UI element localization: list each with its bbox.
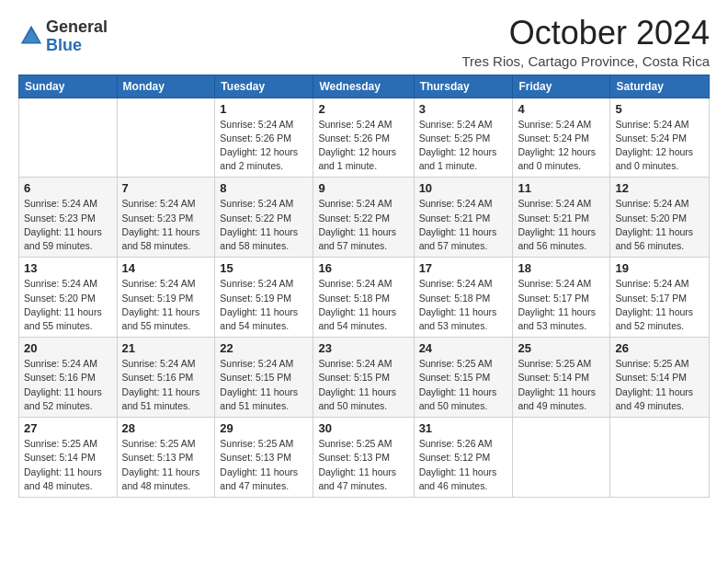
day-info: Sunrise: 5:24 AM Sunset: 5:25 PM Dayligh… xyxy=(419,118,508,174)
day-info: Sunrise: 5:24 AM Sunset: 5:15 PM Dayligh… xyxy=(318,357,408,413)
day-number: 17 xyxy=(419,261,508,275)
calendar-cell xyxy=(513,418,610,498)
day-number: 27 xyxy=(24,421,112,435)
day-number: 16 xyxy=(318,261,408,275)
day-number: 29 xyxy=(220,421,308,435)
day-number: 18 xyxy=(518,261,605,275)
day-number: 31 xyxy=(419,421,508,435)
calendar-cell: 1Sunrise: 5:24 AM Sunset: 5:26 PM Daylig… xyxy=(215,98,313,178)
calendar-cell: 27Sunrise: 5:25 AM Sunset: 5:14 PM Dayli… xyxy=(19,418,118,498)
subtitle: Tres Rios, Cartago Province, Costa Rica xyxy=(461,53,710,69)
header-saturday: Saturday xyxy=(610,75,710,98)
day-info: Sunrise: 5:25 AM Sunset: 5:13 PM Dayligh… xyxy=(122,437,210,493)
day-info: Sunrise: 5:24 AM Sunset: 5:17 PM Dayligh… xyxy=(615,277,704,333)
day-info: Sunrise: 5:24 AM Sunset: 5:23 PM Dayligh… xyxy=(24,197,112,253)
calendar-table: SundayMondayTuesdayWednesdayThursdayFrid… xyxy=(18,75,710,498)
calendar-cell: 23Sunrise: 5:24 AM Sunset: 5:15 PM Dayli… xyxy=(313,338,414,418)
day-info: Sunrise: 5:25 AM Sunset: 5:14 PM Dayligh… xyxy=(518,357,605,413)
day-number: 23 xyxy=(318,341,408,355)
day-number: 12 xyxy=(615,181,704,195)
day-info: Sunrise: 5:25 AM Sunset: 5:14 PM Dayligh… xyxy=(615,357,704,413)
header: General Blue October 2024 Tres Rios, Car… xyxy=(18,15,710,69)
logo-icon xyxy=(18,23,44,49)
calendar-cell: 10Sunrise: 5:24 AM Sunset: 5:21 PM Dayli… xyxy=(414,178,513,258)
day-number: 15 xyxy=(220,261,308,275)
day-number: 1 xyxy=(220,102,308,116)
header-tuesday: Tuesday xyxy=(215,75,313,98)
calendar-cell: 7Sunrise: 5:24 AM Sunset: 5:23 PM Daylig… xyxy=(117,178,215,258)
day-number: 11 xyxy=(518,181,605,195)
calendar-cell xyxy=(19,98,118,178)
logo-general-text: General xyxy=(46,18,108,37)
day-number: 30 xyxy=(318,421,408,435)
calendar-cell: 16Sunrise: 5:24 AM Sunset: 5:18 PM Dayli… xyxy=(313,258,414,338)
calendar-cell: 11Sunrise: 5:24 AM Sunset: 5:21 PM Dayli… xyxy=(513,178,610,258)
day-number: 20 xyxy=(24,341,112,355)
calendar-cell: 15Sunrise: 5:24 AM Sunset: 5:19 PM Dayli… xyxy=(215,258,313,338)
day-info: Sunrise: 5:24 AM Sunset: 5:20 PM Dayligh… xyxy=(615,197,704,253)
logo-text: General Blue xyxy=(46,18,108,55)
calendar-cell: 21Sunrise: 5:24 AM Sunset: 5:16 PM Dayli… xyxy=(117,338,215,418)
day-number: 9 xyxy=(318,181,408,195)
calendar-cell: 28Sunrise: 5:25 AM Sunset: 5:13 PM Dayli… xyxy=(117,418,215,498)
header-monday: Monday xyxy=(117,75,215,98)
calendar-cell: 9Sunrise: 5:24 AM Sunset: 5:22 PM Daylig… xyxy=(313,178,414,258)
calendar-cell: 14Sunrise: 5:24 AM Sunset: 5:19 PM Dayli… xyxy=(117,258,215,338)
day-info: Sunrise: 5:24 AM Sunset: 5:19 PM Dayligh… xyxy=(220,277,308,333)
page: General Blue October 2024 Tres Rios, Car… xyxy=(0,0,728,563)
header-row: SundayMondayTuesdayWednesdayThursdayFrid… xyxy=(19,75,710,98)
calendar-cell: 20Sunrise: 5:24 AM Sunset: 5:16 PM Dayli… xyxy=(19,338,118,418)
day-number: 2 xyxy=(318,102,408,116)
day-number: 24 xyxy=(419,341,508,355)
day-info: Sunrise: 5:24 AM Sunset: 5:18 PM Dayligh… xyxy=(318,277,408,333)
header-sunday: Sunday xyxy=(19,75,118,98)
day-number: 13 xyxy=(24,261,112,275)
day-info: Sunrise: 5:24 AM Sunset: 5:21 PM Dayligh… xyxy=(419,197,508,253)
calendar-row-4: 27Sunrise: 5:25 AM Sunset: 5:14 PM Dayli… xyxy=(19,418,710,498)
calendar-cell: 22Sunrise: 5:24 AM Sunset: 5:15 PM Dayli… xyxy=(215,338,313,418)
calendar-body: 1Sunrise: 5:24 AM Sunset: 5:26 PM Daylig… xyxy=(19,98,710,497)
logo: General Blue xyxy=(18,18,108,55)
calendar-cell: 31Sunrise: 5:26 AM Sunset: 5:12 PM Dayli… xyxy=(414,418,513,498)
day-info: Sunrise: 5:24 AM Sunset: 5:20 PM Dayligh… xyxy=(24,277,112,333)
calendar-row-0: 1Sunrise: 5:24 AM Sunset: 5:26 PM Daylig… xyxy=(19,98,710,178)
day-info: Sunrise: 5:24 AM Sunset: 5:26 PM Dayligh… xyxy=(220,118,308,174)
header-friday: Friday xyxy=(513,75,610,98)
calendar-cell: 4Sunrise: 5:24 AM Sunset: 5:24 PM Daylig… xyxy=(513,98,610,178)
day-number: 25 xyxy=(518,341,605,355)
day-info: Sunrise: 5:25 AM Sunset: 5:15 PM Dayligh… xyxy=(419,357,508,413)
header-wednesday: Wednesday xyxy=(313,75,414,98)
day-number: 19 xyxy=(615,261,704,275)
calendar-cell xyxy=(610,418,710,498)
day-info: Sunrise: 5:24 AM Sunset: 5:16 PM Dayligh… xyxy=(24,357,112,413)
calendar-cell: 17Sunrise: 5:24 AM Sunset: 5:18 PM Dayli… xyxy=(414,258,513,338)
day-info: Sunrise: 5:24 AM Sunset: 5:22 PM Dayligh… xyxy=(220,197,308,253)
calendar-cell: 18Sunrise: 5:24 AM Sunset: 5:17 PM Dayli… xyxy=(513,258,610,338)
calendar-cell: 30Sunrise: 5:25 AM Sunset: 5:13 PM Dayli… xyxy=(313,418,414,498)
calendar-cell: 19Sunrise: 5:24 AM Sunset: 5:17 PM Dayli… xyxy=(610,258,710,338)
logo-blue-text: Blue xyxy=(46,37,108,55)
day-number: 4 xyxy=(518,102,605,116)
calendar-cell: 5Sunrise: 5:24 AM Sunset: 5:24 PM Daylig… xyxy=(610,98,710,178)
day-number: 8 xyxy=(220,181,308,195)
day-number: 7 xyxy=(122,181,210,195)
header-thursday: Thursday xyxy=(414,75,513,98)
day-info: Sunrise: 5:26 AM Sunset: 5:12 PM Dayligh… xyxy=(419,437,508,493)
calendar-row-3: 20Sunrise: 5:24 AM Sunset: 5:16 PM Dayli… xyxy=(19,338,710,418)
calendar-header: SundayMondayTuesdayWednesdayThursdayFrid… xyxy=(19,75,710,98)
calendar-cell: 13Sunrise: 5:24 AM Sunset: 5:20 PM Dayli… xyxy=(19,258,118,338)
day-number: 14 xyxy=(122,261,210,275)
day-info: Sunrise: 5:24 AM Sunset: 5:22 PM Dayligh… xyxy=(318,197,408,253)
calendar-cell xyxy=(117,98,215,178)
day-number: 10 xyxy=(419,181,508,195)
day-number: 22 xyxy=(220,341,308,355)
day-info: Sunrise: 5:24 AM Sunset: 5:24 PM Dayligh… xyxy=(518,118,605,174)
day-info: Sunrise: 5:24 AM Sunset: 5:19 PM Dayligh… xyxy=(122,277,210,333)
main-title: October 2024 xyxy=(461,15,710,52)
calendar-cell: 12Sunrise: 5:24 AM Sunset: 5:20 PM Dayli… xyxy=(610,178,710,258)
calendar-cell: 25Sunrise: 5:25 AM Sunset: 5:14 PM Dayli… xyxy=(513,338,610,418)
day-info: Sunrise: 5:25 AM Sunset: 5:14 PM Dayligh… xyxy=(24,437,112,493)
calendar-cell: 24Sunrise: 5:25 AM Sunset: 5:15 PM Dayli… xyxy=(414,338,513,418)
calendar-cell: 6Sunrise: 5:24 AM Sunset: 5:23 PM Daylig… xyxy=(19,178,118,258)
day-number: 28 xyxy=(122,421,210,435)
